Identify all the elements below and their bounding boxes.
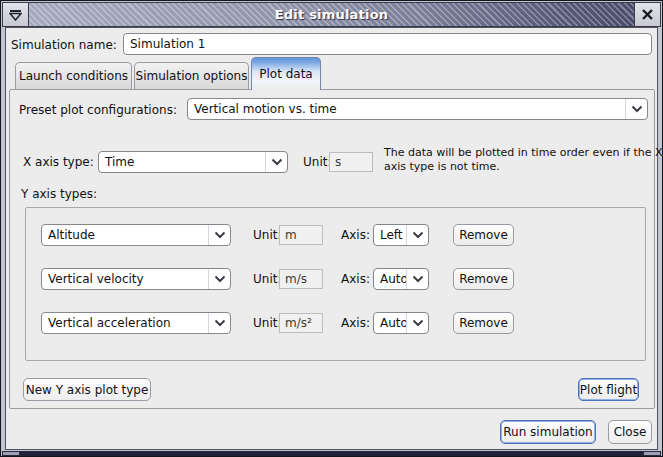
axis-combobox[interactable]: Auto xyxy=(373,268,429,290)
tab-label: Launch conditions xyxy=(19,69,128,83)
y-axis-type-value: Vertical acceleration xyxy=(42,316,208,330)
resize-grip-right[interactable] xyxy=(643,451,661,456)
dialog-body: Simulation name: Launch conditions Simul… xyxy=(5,27,658,450)
window-title: Edit simulation xyxy=(275,7,388,22)
x-axis-type-label: X axis type: xyxy=(23,155,94,169)
simulation-name-label: Simulation name: xyxy=(11,38,117,52)
unit-label: Unit: xyxy=(253,316,281,330)
x-axis-note-line2: axis type is not time. xyxy=(384,160,646,174)
y-axis-type-value: Vertical velocity xyxy=(42,272,208,286)
axis-combobox[interactable]: Left xyxy=(373,224,429,246)
new-y-axis-plot-type-button[interactable]: New Y axis plot type xyxy=(23,378,151,401)
plot-flight-button[interactable]: Plot flight xyxy=(578,378,639,401)
window-close-button[interactable] xyxy=(634,2,661,27)
preset-plot-combobox[interactable]: Vertical motion vs. time xyxy=(187,98,648,120)
tab-simulation-options[interactable]: Simulation options xyxy=(134,62,249,89)
tab-launch-conditions[interactable]: Launch conditions xyxy=(15,62,132,89)
unit-field: m/s xyxy=(279,269,323,289)
simulation-name-input[interactable] xyxy=(123,33,652,55)
x-axis-unit-label: Unit: xyxy=(303,155,331,169)
chevron-down-icon xyxy=(406,269,428,289)
y-axis-types-groupbox: Altitude Unit: m Axis: Left Remove Verti… xyxy=(25,207,646,361)
window-titlebar[interactable]: Edit simulation xyxy=(29,2,634,27)
close-icon xyxy=(641,8,654,21)
y-axis-type-combobox[interactable]: Vertical velocity xyxy=(41,268,231,290)
y-axis-row: Vertical velocity Unit: m/s Axis: Auto R… xyxy=(26,268,645,290)
plot-data-panel: Preset plot configurations: Vertical mot… xyxy=(9,89,655,409)
axis-combobox[interactable]: Auto xyxy=(373,312,429,334)
tab-plot-data[interactable]: Plot data xyxy=(251,57,321,90)
edit-simulation-dialog: Edit simulation Simulation name: Launch … xyxy=(0,0,663,457)
remove-button[interactable]: Remove xyxy=(453,312,514,334)
x-axis-note-line1: The data will be plotted in time order e… xyxy=(384,146,646,160)
chevron-down-icon xyxy=(208,269,230,289)
x-axis-type-combobox[interactable]: Time xyxy=(98,151,288,173)
axis-value: Auto xyxy=(374,272,406,286)
unit-field: m xyxy=(279,225,323,245)
resize-grip-left[interactable] xyxy=(2,451,20,456)
axis-label: Axis: xyxy=(341,272,370,286)
chevron-down-icon xyxy=(208,225,230,245)
close-button[interactable]: Close xyxy=(608,420,652,444)
tab-label: Simulation options xyxy=(136,69,248,83)
x-axis-type-value: Time xyxy=(99,155,265,169)
remove-button[interactable]: Remove xyxy=(453,268,514,290)
window-bottom-frame[interactable] xyxy=(2,451,661,456)
unit-field: m/s² xyxy=(279,313,323,333)
axis-label: Axis: xyxy=(341,228,370,242)
window-menu-icon xyxy=(9,9,22,21)
window-menu-button[interactable] xyxy=(2,2,29,27)
chevron-down-icon xyxy=(406,313,428,333)
preset-plot-label: Preset plot configurations: xyxy=(19,103,177,117)
remove-button[interactable]: Remove xyxy=(453,224,514,246)
y-axis-row: Altitude Unit: m Axis: Left Remove xyxy=(26,224,645,246)
chevron-down-icon xyxy=(406,225,428,245)
y-axis-types-label: Y axis types: xyxy=(21,187,97,201)
preset-plot-value: Vertical motion vs. time xyxy=(188,102,625,116)
window-titlebar-row: Edit simulation xyxy=(2,2,661,27)
chevron-down-icon xyxy=(265,152,287,172)
x-axis-unit-field: s xyxy=(329,152,373,172)
axis-value: Left xyxy=(374,228,406,242)
y-axis-type-combobox[interactable]: Altitude xyxy=(41,224,231,246)
axis-label: Axis: xyxy=(341,316,370,330)
unit-label: Unit: xyxy=(253,228,281,242)
y-axis-type-combobox[interactable]: Vertical acceleration xyxy=(41,312,231,334)
y-axis-row: Vertical acceleration Unit: m/s² Axis: A… xyxy=(26,312,645,334)
run-simulation-button[interactable]: Run simulation xyxy=(500,420,596,444)
unit-label: Unit: xyxy=(253,272,281,286)
chevron-down-icon xyxy=(208,313,230,333)
chevron-down-icon xyxy=(625,99,647,119)
x-axis-note: The data will be plotted in time order e… xyxy=(384,146,646,174)
axis-value: Auto xyxy=(374,316,406,330)
y-axis-type-value: Altitude xyxy=(42,228,208,242)
tab-label: Plot data xyxy=(259,67,312,81)
